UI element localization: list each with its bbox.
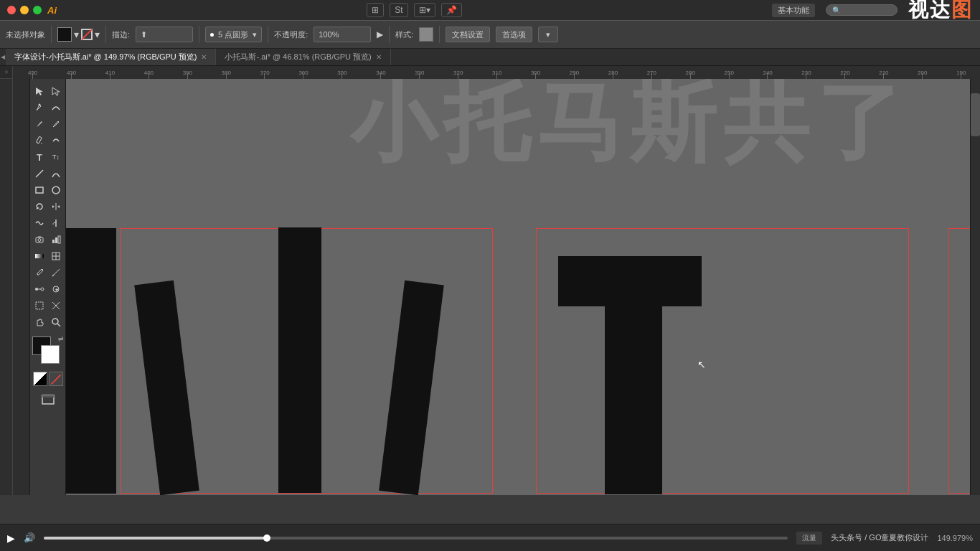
canvas-text-watermark: 小托马斯共了	[350, 79, 910, 165]
swap-colors-icon[interactable]: ⇌	[58, 335, 64, 342]
minimize-button[interactable]	[20, 6, 29, 14]
vertical-text-tool[interactable]: T↕	[48, 149, 64, 165]
search-box[interactable]: 🔍	[826, 4, 897, 16]
stroke-dropdown[interactable]: ▾	[95, 29, 100, 40]
svg-rect-15	[55, 237, 57, 243]
direct-select-tool[interactable]	[48, 83, 64, 99]
pencil-tool[interactable]	[32, 133, 47, 149]
svg-point-2	[39, 104, 41, 106]
scrollbar-thumb[interactable]	[971, 93, 980, 136]
base-func-button[interactable]: 基本功能	[772, 4, 815, 17]
slice-tool[interactable]	[48, 298, 64, 314]
svg-rect-29	[36, 302, 43, 309]
grid-icon[interactable]: ⊞▾	[414, 3, 435, 17]
svg-point-25	[41, 288, 44, 291]
tool-row-navigate	[32, 314, 64, 330]
paintbrush-tool[interactable]	[32, 116, 47, 132]
progress-bar[interactable]	[44, 537, 788, 540]
svg-line-23	[52, 275, 54, 276]
stroke-label: 描边:	[112, 29, 130, 40]
partial-char-left	[66, 228, 116, 494]
tool-row-pen	[32, 100, 64, 116]
brush-dot-icon	[210, 33, 214, 37]
color-mode-row	[33, 372, 63, 386]
camera-tool[interactable]	[32, 232, 47, 248]
stroke-swatch[interactable]	[81, 29, 93, 40]
svg-rect-17	[35, 254, 44, 258]
curvature-tool[interactable]	[48, 100, 64, 116]
gradient-indicator[interactable]	[33, 372, 47, 386]
svg-line-33	[57, 324, 60, 326]
svg-marker-1	[52, 88, 60, 95]
tab-left-arrow[interactable]: ◀	[0, 49, 6, 65]
right-scrollbar[interactable]	[970, 79, 980, 495]
tool-row-brush	[32, 116, 64, 132]
tool-row-camera	[32, 232, 64, 248]
ruler-left	[0, 79, 13, 495]
measure-tool[interactable]	[48, 265, 64, 281]
tab-2[interactable]: 小托马斯-.ai* @ 46.81% (RGB/GPU 预览) ✕	[216, 49, 390, 65]
graph-tool[interactable]	[48, 232, 64, 248]
volume-icon[interactable]: 🔊	[24, 532, 35, 543]
preferences-button[interactable]: 首选项	[496, 27, 532, 42]
warp-tool[interactable]	[32, 215, 47, 231]
none-indicator[interactable]	[49, 372, 63, 386]
fill-color-swatch[interactable]	[57, 27, 72, 42]
close-button[interactable]	[7, 6, 16, 14]
brush-icon[interactable]: St	[390, 3, 407, 17]
reflect-tool[interactable]	[48, 199, 64, 215]
svg-point-21	[42, 269, 43, 270]
opacity-value: 100%	[319, 30, 339, 39]
rotate-tool[interactable]	[32, 199, 47, 215]
pen-tool[interactable]	[32, 100, 47, 116]
gradient-tool[interactable]	[32, 248, 47, 264]
fill-dropdown[interactable]: ▾	[74, 29, 79, 40]
zoom-tool[interactable]	[48, 314, 64, 330]
symbol-tool[interactable]: ★	[48, 281, 64, 297]
ruler-track-top: 4504304104003903803703603503403303203103…	[13, 66, 980, 79]
svg-rect-16	[58, 236, 60, 243]
stroke-input[interactable]: ⬆	[136, 27, 193, 42]
blend-tool[interactable]	[32, 281, 47, 297]
line-tool[interactable]	[32, 166, 47, 182]
arc-tool[interactable]	[48, 166, 64, 182]
flow-label: 流量	[796, 532, 822, 545]
tool-row-eyedropper	[32, 265, 64, 281]
play-button[interactable]: ▶	[7, 532, 15, 544]
tool-row-blend: ★	[32, 281, 64, 297]
eyedropper-tool[interactable]	[32, 265, 47, 281]
artboard-2	[536, 228, 909, 494]
tool-row-transform	[32, 199, 64, 215]
text-tool[interactable]: T	[32, 149, 47, 165]
more-options-button[interactable]: ▾	[538, 27, 558, 42]
hand-tool[interactable]	[32, 314, 47, 330]
brush-size-label: 5 点圆形	[218, 29, 248, 40]
canvas-area: 小托马斯共了 ↖	[66, 79, 970, 495]
opacity-input[interactable]: 100%	[314, 27, 371, 42]
tab-1-close[interactable]: ✕	[201, 53, 207, 61]
pin-icon[interactable]: 📌	[441, 3, 462, 17]
brush-size-dropdown[interactable]: ▾	[253, 30, 257, 39]
width-tool[interactable]	[48, 215, 64, 231]
doc-settings-button[interactable]: 文档设置	[446, 27, 490, 42]
tab-1[interactable]: 字体设计-小托马斯.ai* @ 149.97% (RGB/GPU 预览) ✕	[6, 49, 216, 65]
mesh-tool[interactable]	[48, 248, 64, 264]
arrangement-icon[interactable]: ⊞	[367, 3, 384, 17]
blob-brush-tool[interactable]	[48, 116, 64, 132]
opacity-arrow[interactable]: ▶	[377, 29, 383, 39]
rectangle-tool[interactable]	[32, 182, 47, 198]
artboard-icon-bottom[interactable]	[41, 392, 55, 410]
select-tool[interactable]	[32, 83, 47, 99]
divider-5	[389, 26, 390, 43]
style-swatch[interactable]	[419, 27, 433, 42]
brush-size-selector[interactable]: 5 点圆形 ▾	[205, 27, 262, 42]
maximize-button[interactable]	[33, 6, 42, 14]
tab-2-close[interactable]: ✕	[376, 53, 382, 61]
ellipse-tool[interactable]	[48, 182, 64, 198]
background-color[interactable]	[41, 345, 60, 364]
smooth-tool[interactable]	[48, 133, 64, 149]
artboard-tool[interactable]	[32, 298, 47, 314]
artboard-1	[120, 228, 493, 494]
artboard-3-partial	[948, 228, 970, 494]
svg-rect-14	[52, 240, 55, 243]
